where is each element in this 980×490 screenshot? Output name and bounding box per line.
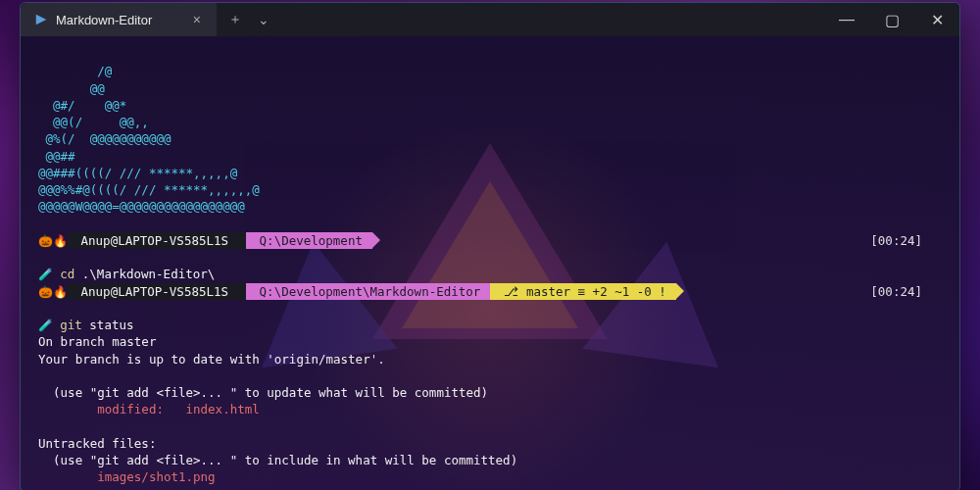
tab-title: Markdown-Editor xyxy=(56,13,152,27)
out-hint-add2: (use "git add <file>... " to include in … xyxy=(38,453,517,467)
cmd-git-status-1: 🧪 git status xyxy=(38,318,134,332)
prompt-path: Q:\Development\Markdown-Editor xyxy=(246,283,491,300)
out-hint-add: (use "git add <file>... " to update what… xyxy=(38,385,488,400)
window-controls: — ▢ ✕ xyxy=(824,3,959,36)
out-untracked-header: Untracked files: xyxy=(38,436,156,451)
minimize-button[interactable]: — xyxy=(824,3,869,36)
svg-marker-0 xyxy=(36,15,47,25)
close-tab-icon[interactable]: × xyxy=(187,12,207,27)
prompt-host: Anup@LAPTOP-VS585L1S xyxy=(68,283,246,300)
titlebar: Markdown-Editor × ＋ ⌄ — ▢ ✕ xyxy=(21,3,959,36)
out-uptodate: Your branch is up to date with 'origin/m… xyxy=(38,352,385,367)
out-branch: On branch master xyxy=(38,334,156,349)
prompt-line-2: 🎃🔥 Anup@LAPTOP-VS585L1S Q:\Development\M… xyxy=(38,283,942,300)
prompt-path: Q:\Development xyxy=(246,232,372,249)
out-untracked-file: images/shot1.png xyxy=(38,469,216,484)
prompt-time: [00:24] xyxy=(870,283,922,300)
cmd-cd: 🧪 cd .\Markdown-Editor\ xyxy=(38,267,215,281)
tab-actions: ＋ ⌄ xyxy=(217,3,281,36)
close-button[interactable]: ✕ xyxy=(914,3,959,36)
tab-dropdown-icon[interactable]: ⌄ xyxy=(254,8,273,31)
prompt-line-1: 🎃🔥 Anup@LAPTOP-VS585L1S Q:\Development[0… xyxy=(38,232,942,249)
prompt-emoji: 🎃🔥 xyxy=(38,234,68,248)
ascii-art: /@ @@ @#/ @@* @@(/ @@,, @%(/ @@@@@@@@@@@… xyxy=(38,64,260,214)
terminal-window: Markdown-Editor × ＋ ⌄ — ▢ ✕ /@ @@ @#/ @@… xyxy=(20,2,960,490)
prompt-time: [00:24] xyxy=(870,232,922,249)
terminal-tab-icon xyxy=(34,13,48,26)
out-modified: modified: index.html xyxy=(38,402,260,416)
prompt-emoji: 🎃🔥 xyxy=(38,285,68,299)
new-tab-icon[interactable]: ＋ xyxy=(224,7,246,32)
prompt-git-status: ⎇ master ≡ +2 ~1 -0 ! xyxy=(490,283,676,300)
tab-markdown-editor[interactable]: Markdown-Editor × xyxy=(21,3,217,36)
terminal-output[interactable]: /@ @@ @#/ @@* @@(/ @@,, @%(/ @@@@@@@@@@@… xyxy=(21,36,959,490)
prompt-host: Anup@LAPTOP-VS585L1S xyxy=(68,232,246,249)
maximize-button[interactable]: ▢ xyxy=(869,3,914,36)
